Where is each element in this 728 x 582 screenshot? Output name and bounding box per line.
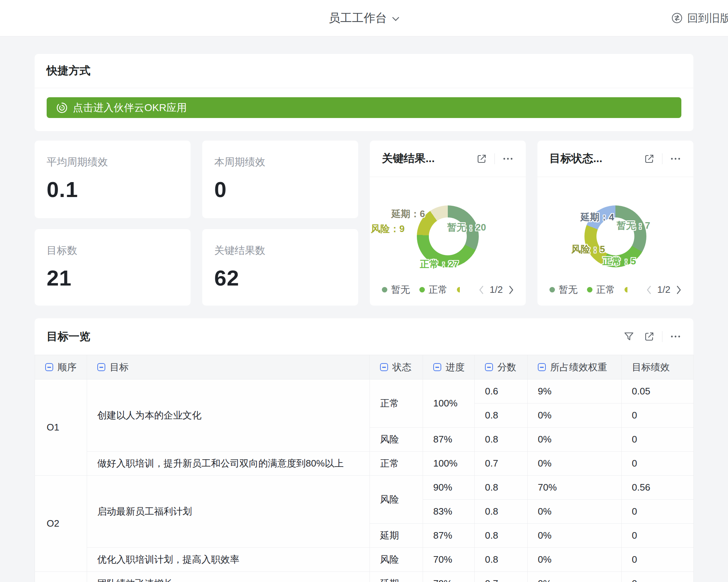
- cell-progress: 70%: [423, 548, 475, 572]
- stat-label: 本周期绩效: [214, 155, 346, 169]
- stat-value: 62: [214, 266, 346, 291]
- pager-page-indicator: 1/2: [657, 284, 670, 295]
- chart-card-header: 目标状态...: [537, 141, 693, 177]
- stat-card-current-cycle-performance: 本周期绩效 0: [202, 141, 358, 218]
- cell-objective: 启动最新员工福利计划: [87, 476, 370, 548]
- chart-card-actions: [476, 153, 514, 164]
- pager-prev-icon[interactable]: [646, 286, 651, 294]
- legend-item-none[interactable]: 暂无: [549, 283, 578, 296]
- legend-dot: [587, 287, 592, 292]
- stat-value: 0: [214, 177, 346, 202]
- collapse-icon[interactable]: [45, 363, 53, 371]
- cell-weight: 0%: [528, 500, 622, 524]
- main-content: 快捷方式 点击进入伙伴云OKR应用 平均周期绩效 0.1: [0, 36, 728, 582]
- legend-item-normal[interactable]: 正常: [587, 283, 615, 296]
- legend-item-truncated: [625, 287, 627, 292]
- collapse-icon[interactable]: [485, 363, 493, 371]
- workspace-switcher[interactable]: 员工工作台: [329, 10, 399, 26]
- cell-performance: 0: [622, 572, 694, 582]
- external-link-icon: [476, 153, 487, 164]
- cell-weight: 70%: [528, 476, 622, 500]
- more-menu-button[interactable]: [670, 153, 681, 164]
- cell-score: 0.7: [475, 452, 528, 476]
- cell-weight: 0%: [528, 404, 622, 428]
- cell-score: 0.8: [475, 524, 528, 548]
- divider: [662, 331, 662, 342]
- table-row: 做好入职培训，提升新员工和公司双向的满意度到80%以上 正常 100% 0.7 …: [35, 452, 694, 476]
- table-row: O1 创建以人为本的企业文化 正常 100% 0.6 9% 0.05: [35, 380, 694, 404]
- legend-item-none[interactable]: 暂无: [382, 283, 410, 296]
- objectives-table-card: 目标一览: [35, 318, 693, 582]
- cell-progress: 87%: [423, 428, 475, 452]
- open-external-button[interactable]: [644, 331, 655, 342]
- collapse-icon[interactable]: [538, 363, 546, 371]
- topbar: 员工工作台 回到旧版: [0, 0, 728, 36]
- chart-card-title: 关键结果...: [382, 151, 435, 166]
- ellipsis-icon: [502, 153, 514, 164]
- stat-card-avg-cycle-performance: 平均周期绩效 0.1: [35, 141, 191, 218]
- ellipsis-icon: [670, 153, 681, 164]
- column-header-status: 状态: [370, 355, 423, 380]
- table-card-header: 目标一览: [35, 318, 693, 355]
- pager-next-icon[interactable]: [676, 286, 681, 294]
- table-row: 团队绩效飞速增长 延期 79% 0.7 0% 0: [35, 572, 694, 582]
- legend-item-normal[interactable]: 正常: [419, 283, 447, 296]
- back-to-old-version-label: 回到旧版: [687, 11, 728, 25]
- cell-progress: 87%: [423, 524, 475, 548]
- cell-status: 风险: [370, 476, 423, 524]
- chart-callout-none: 暂无：20: [447, 221, 486, 234]
- cell-score: 0.8: [475, 428, 528, 452]
- chart-callout-risk: 风险：9: [371, 223, 404, 235]
- back-to-old-version-button[interactable]: 回到旧版: [671, 11, 728, 25]
- cell-weight: 0%: [528, 428, 622, 452]
- collapse-icon[interactable]: [380, 363, 388, 371]
- collapse-icon[interactable]: [97, 363, 105, 371]
- collapse-icon[interactable]: [433, 363, 441, 371]
- cell-score: 0.8: [475, 404, 528, 428]
- column-header-objective-performance: 目标绩效: [622, 355, 694, 380]
- cell-seq: O1: [35, 380, 87, 476]
- cell-performance: 0: [622, 500, 694, 524]
- table-row: O2 启动最新员工福利计划 风险 90% 0.8 70% 0.56: [35, 476, 694, 500]
- stat-card-objective-count: 目标数 21: [35, 229, 191, 306]
- chart-callout-risk: 风险：5: [571, 243, 605, 256]
- filter-button[interactable]: [623, 331, 634, 342]
- page: 员工工作台 回到旧版 快捷方式: [0, 0, 728, 582]
- cell-performance: 0: [622, 404, 694, 428]
- cell-score: 0.8: [475, 548, 528, 572]
- cell-performance: 0: [622, 524, 694, 548]
- cell-status: 风险: [370, 428, 423, 452]
- open-external-button[interactable]: [644, 153, 655, 164]
- cell-progress: 90%: [423, 476, 475, 500]
- cell-seq: [35, 572, 87, 582]
- divider: [494, 153, 495, 164]
- table-header-row: 顺序 目标 状态 进度 分数 所占绩效权重 目标绩效: [35, 355, 694, 380]
- cell-weight: 0%: [528, 572, 622, 582]
- chart-card-title: 目标状态...: [549, 151, 602, 166]
- open-external-button[interactable]: [476, 153, 487, 164]
- stats-grid: 平均周期绩效 0.1 本周期绩效 0 关键结果...: [35, 141, 693, 306]
- cell-progress: 100%: [423, 380, 475, 428]
- pager-page-indicator: 1/2: [490, 284, 503, 295]
- cell-performance: 0.56: [622, 476, 694, 500]
- enter-okr-app-button[interactable]: 点击进入伙伴云OKR应用: [47, 97, 681, 118]
- cell-progress: 79%: [423, 572, 475, 582]
- pager-next-icon[interactable]: [509, 286, 514, 294]
- cell-score: 0.8: [475, 500, 528, 524]
- pager-prev-icon[interactable]: [479, 286, 484, 294]
- more-menu-button[interactable]: [670, 331, 681, 342]
- legend-dot: [382, 287, 387, 292]
- cell-status: 正常: [370, 380, 423, 428]
- stat-label: 目标数: [47, 244, 179, 257]
- cell-objective: 做好入职培训，提升新员工和公司双向的满意度到80%以上: [87, 452, 370, 476]
- more-menu-button[interactable]: [502, 153, 514, 164]
- switch-version-icon: [671, 12, 683, 24]
- shortcut-card-header: 快捷方式: [35, 54, 693, 88]
- chevron-down-icon[interactable]: [392, 17, 399, 21]
- chart-legend: 暂无 正常 1/2: [370, 283, 526, 296]
- legend-label: 正常: [428, 283, 447, 296]
- cell-score: 0.7: [475, 572, 528, 582]
- legend-label: 暂无: [391, 283, 410, 296]
- external-link-icon: [644, 331, 655, 342]
- cell-status: 正常: [370, 452, 423, 476]
